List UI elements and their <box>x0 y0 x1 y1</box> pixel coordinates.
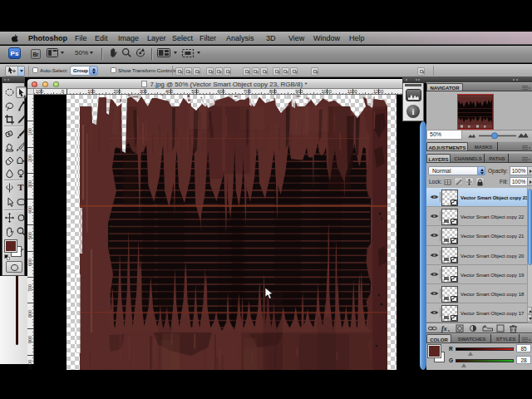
svg-text:fx: fx <box>441 325 447 332</box>
